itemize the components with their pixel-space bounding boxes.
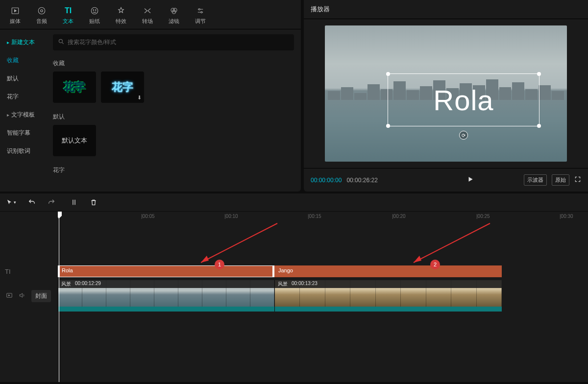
tab-audio[interactable]: 音频 [28, 4, 55, 27]
text-selection-box[interactable]: ⟳ Rola [388, 73, 539, 126]
redo-button[interactable] [48, 198, 55, 206]
svg-point-9 [198, 9, 200, 10]
default-text-preset[interactable]: 默认文本 [53, 125, 96, 156]
text-track: Rola Jango [58, 265, 588, 277]
original-button[interactable]: 原始 [552, 174, 569, 186]
time-current: 00:00:00:00 [311, 177, 342, 184]
text-icon: TI [63, 6, 73, 16]
huazi-preset-1[interactable]: 花字 [53, 72, 96, 103]
svg-point-10 [201, 12, 202, 13]
tab-text[interactable]: TI 文本 [55, 4, 81, 27]
video-clip-1[interactable]: 风景00:00:12:29 [58, 280, 274, 312]
video-track: 风景00:00:12:29 风景00:00:13:23 [58, 280, 588, 312]
sidebar-smart-subtitle[interactable]: 智能字幕 [0, 124, 46, 142]
resize-handle-br[interactable] [537, 124, 541, 128]
pointer-tool[interactable]: ▾ [6, 199, 16, 206]
preview-text-overlay[interactable]: Rola [433, 84, 493, 117]
text-track-label: TI [0, 265, 58, 277]
sidebar-huazi[interactable]: 花字 [0, 88, 46, 106]
text-content-panel: 搜索花字颜色/样式 收藏 花字 花字⬇ 默认 默认文本 花字 [46, 29, 301, 192]
time-duration: 00:00:26:22 [346, 177, 377, 184]
oscilloscope-button[interactable]: 示波器 [524, 174, 547, 186]
sidebar-recognize-lyrics[interactable]: 识别歌词 [0, 142, 46, 160]
tab-filter[interactable]: 滤镜 [161, 4, 187, 27]
search-icon [58, 38, 65, 47]
text-clip-1[interactable]: Rola [58, 265, 274, 277]
filter-icon [169, 6, 179, 16]
search-placeholder: 搜索花字颜色/样式 [68, 38, 116, 47]
adjust-icon [196, 6, 205, 16]
sidebar-text-template[interactable]: ▸文字模板 [0, 106, 46, 124]
fullscreen-button[interactable] [574, 176, 581, 184]
huazi-section-label: 花字 [53, 166, 294, 174]
playhead[interactable] [59, 212, 59, 382]
video-clip-2[interactable]: 风景00:00:13:23 [274, 280, 502, 312]
resize-handle-bl[interactable] [386, 124, 390, 128]
media-icon [10, 6, 20, 16]
search-input[interactable]: 搜索花字颜色/样式 [53, 34, 294, 50]
fav-section-label: 收藏 [53, 59, 294, 68]
tab-adjust[interactable]: 调节 [187, 4, 214, 27]
tab-sticker[interactable]: 贴纸 [81, 4, 108, 27]
timeline-tracks-area[interactable]: | |00:05 |00:10 |00:15 |00:20 |00:25 |00… [58, 212, 588, 382]
effects-icon [116, 6, 126, 16]
sidebar-default[interactable]: 默认 [0, 70, 46, 88]
svg-point-11 [59, 39, 62, 43]
download-icon: ⬇ [137, 95, 142, 101]
timeline-toolbar: ▾ [0, 193, 588, 212]
text-clip-2[interactable]: Jango [274, 265, 502, 277]
audio-icon [37, 6, 47, 16]
resize-handle-tr[interactable] [537, 72, 541, 76]
play-button[interactable] [428, 176, 474, 184]
time-ruler[interactable]: | |00:05 |00:10 |00:15 |00:20 |00:25 |00… [58, 212, 588, 222]
split-tool[interactable] [70, 198, 78, 206]
text-sidebar: ▸新建文本 收藏 默认 花字 ▸文字模板 智能字幕 识别歌词 [0, 29, 46, 192]
svg-point-5 [96, 10, 97, 11]
player-viewport[interactable]: ⟳ Rola [304, 19, 588, 168]
tab-transition[interactable]: 转场 [134, 4, 161, 27]
sidebar-new-text[interactable]: ▸新建文本 [0, 33, 46, 51]
svg-point-1 [38, 7, 45, 14]
player-title: 播放器 [304, 0, 588, 19]
transition-icon [143, 6, 152, 16]
top-tabs: 媒体 音频 TI 文本 贴纸 特效 转场 [0, 0, 301, 29]
mute-icon[interactable] [19, 292, 25, 300]
sidebar-favorites[interactable]: 收藏 [0, 51, 46, 70]
huazi-preset-2[interactable]: 花字⬇ [101, 72, 144, 103]
preview-frame: ⟳ Rola [325, 25, 567, 162]
svg-point-3 [91, 7, 98, 14]
undo-button[interactable] [28, 198, 36, 206]
svg-point-4 [93, 10, 94, 11]
resize-handle-tl[interactable] [386, 72, 390, 76]
player-controls: 00:00:00:00 00:00:26:22 示波器 原始 [304, 168, 588, 192]
rotate-handle[interactable]: ⟳ [459, 131, 468, 140]
svg-point-2 [41, 10, 43, 12]
lock-icon[interactable] [6, 292, 13, 300]
tab-media[interactable]: 媒体 [2, 4, 28, 27]
track-headers: TI 封面 [0, 212, 58, 382]
default-section-label: 默认 [53, 113, 294, 121]
delete-button[interactable] [90, 198, 98, 206]
sticker-icon [90, 6, 99, 16]
cover-button[interactable]: 封面 [31, 290, 51, 302]
tab-effects[interactable]: 特效 [108, 4, 134, 27]
